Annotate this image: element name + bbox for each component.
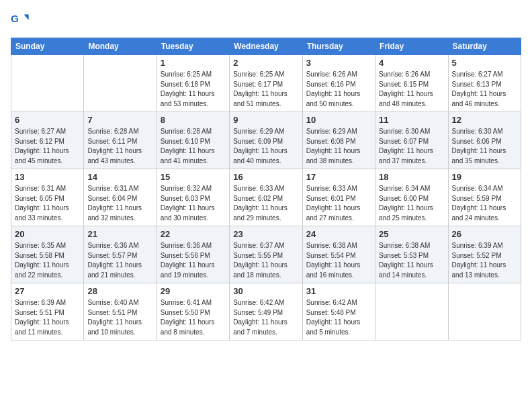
calendar-table: SundayMondayTuesdayWednesdayThursdayFrid… xyxy=(11,38,521,340)
calendar-cell: 4Sunrise: 6:26 AMSunset: 6:15 PMDaylight… xyxy=(375,55,448,112)
calendar-cell: 27Sunrise: 6:39 AMSunset: 5:51 PMDayligh… xyxy=(11,283,84,340)
day-number: 22 xyxy=(161,229,226,239)
day-info: Sunrise: 6:36 AMSunset: 5:56 PMDaylight:… xyxy=(161,241,226,280)
calendar-cell: 30Sunrise: 6:42 AMSunset: 5:49 PMDayligh… xyxy=(230,283,302,340)
day-number: 5 xyxy=(452,58,517,68)
day-info: Sunrise: 6:38 AMSunset: 5:54 PMDaylight:… xyxy=(306,241,371,280)
calendar-cell xyxy=(448,283,521,340)
weekday-header-wednesday: Wednesday xyxy=(230,38,302,55)
day-info: Sunrise: 6:35 AMSunset: 5:58 PMDaylight:… xyxy=(15,241,80,280)
day-number: 25 xyxy=(379,229,444,239)
day-info: Sunrise: 6:34 AMSunset: 5:59 PMDaylight:… xyxy=(452,184,517,223)
day-info: Sunrise: 6:28 AMSunset: 6:10 PMDaylight:… xyxy=(161,127,226,166)
day-info: Sunrise: 6:29 AMSunset: 6:09 PMDaylight:… xyxy=(233,127,298,166)
day-info: Sunrise: 6:32 AMSunset: 6:03 PMDaylight:… xyxy=(161,184,226,223)
calendar-cell: 20Sunrise: 6:35 AMSunset: 5:58 PMDayligh… xyxy=(11,226,84,283)
day-info: Sunrise: 6:26 AMSunset: 6:15 PMDaylight:… xyxy=(379,70,444,109)
day-number: 15 xyxy=(161,172,226,182)
day-info: Sunrise: 6:31 AMSunset: 6:05 PMDaylight:… xyxy=(15,184,80,223)
day-number: 29 xyxy=(161,286,226,296)
day-number: 11 xyxy=(379,115,444,125)
calendar-cell: 29Sunrise: 6:41 AMSunset: 5:50 PMDayligh… xyxy=(157,283,229,340)
day-number: 26 xyxy=(452,229,517,239)
calendar-week-1: 1Sunrise: 6:25 AMSunset: 6:18 PMDaylight… xyxy=(11,55,521,112)
day-info: Sunrise: 6:39 AMSunset: 5:51 PMDaylight:… xyxy=(15,298,80,337)
logo: G xyxy=(11,11,32,30)
day-info: Sunrise: 6:34 AMSunset: 6:00 PMDaylight:… xyxy=(379,184,444,223)
calendar-header: SundayMondayTuesdayWednesdayThursdayFrid… xyxy=(11,38,521,55)
calendar-week-5: 27Sunrise: 6:39 AMSunset: 5:51 PMDayligh… xyxy=(11,283,521,340)
day-info: Sunrise: 6:26 AMSunset: 6:16 PMDaylight:… xyxy=(306,70,371,109)
day-info: Sunrise: 6:39 AMSunset: 5:52 PMDaylight:… xyxy=(452,241,517,280)
calendar-cell: 3Sunrise: 6:26 AMSunset: 6:16 PMDaylight… xyxy=(302,55,375,112)
calendar-cell: 8Sunrise: 6:28 AMSunset: 6:10 PMDaylight… xyxy=(157,112,229,169)
day-info: Sunrise: 6:31 AMSunset: 6:04 PMDaylight:… xyxy=(87,184,152,223)
day-number: 24 xyxy=(306,229,371,239)
day-number: 21 xyxy=(87,229,152,239)
day-number: 4 xyxy=(379,58,444,68)
day-number: 19 xyxy=(452,172,517,182)
day-info: Sunrise: 6:25 AMSunset: 6:18 PMDaylight:… xyxy=(161,70,226,109)
day-number: 12 xyxy=(452,115,517,125)
calendar-cell: 25Sunrise: 6:38 AMSunset: 5:53 PMDayligh… xyxy=(375,226,448,283)
calendar-cell: 15Sunrise: 6:32 AMSunset: 6:03 PMDayligh… xyxy=(157,169,229,226)
day-info: Sunrise: 6:27 AMSunset: 6:13 PMDaylight:… xyxy=(452,70,517,109)
day-number: 31 xyxy=(306,286,371,296)
calendar-cell: 18Sunrise: 6:34 AMSunset: 6:00 PMDayligh… xyxy=(375,169,448,226)
weekday-header-saturday: Saturday xyxy=(448,38,521,55)
calendar-cell: 1Sunrise: 6:25 AMSunset: 6:18 PMDaylight… xyxy=(157,55,229,112)
day-number: 8 xyxy=(161,115,226,125)
day-info: Sunrise: 6:29 AMSunset: 6:08 PMDaylight:… xyxy=(306,127,371,166)
calendar-cell xyxy=(11,55,84,112)
calendar-cell: 5Sunrise: 6:27 AMSunset: 6:13 PMDaylight… xyxy=(448,55,521,112)
logo-icon: G xyxy=(11,11,30,30)
calendar-cell: 10Sunrise: 6:29 AMSunset: 6:08 PMDayligh… xyxy=(302,112,375,169)
calendar-cell: 7Sunrise: 6:28 AMSunset: 6:11 PMDaylight… xyxy=(84,112,157,169)
day-info: Sunrise: 6:37 AMSunset: 5:55 PMDaylight:… xyxy=(233,241,298,280)
calendar-cell: 6Sunrise: 6:27 AMSunset: 6:12 PMDaylight… xyxy=(11,112,84,169)
day-info: Sunrise: 6:36 AMSunset: 5:57 PMDaylight:… xyxy=(87,241,152,280)
day-number: 27 xyxy=(15,286,80,296)
day-number: 13 xyxy=(15,172,80,182)
day-number: 3 xyxy=(306,58,371,68)
day-number: 1 xyxy=(161,58,226,68)
day-info: Sunrise: 6:40 AMSunset: 5:51 PMDaylight:… xyxy=(87,298,152,337)
page-header: G xyxy=(11,11,521,30)
calendar-cell: 19Sunrise: 6:34 AMSunset: 5:59 PMDayligh… xyxy=(448,169,521,226)
day-info: Sunrise: 6:42 AMSunset: 5:49 PMDaylight:… xyxy=(233,298,298,337)
weekday-header-thursday: Thursday xyxy=(302,38,375,55)
svg-text:G: G xyxy=(11,13,19,24)
day-number: 20 xyxy=(15,229,80,239)
calendar-cell: 23Sunrise: 6:37 AMSunset: 5:55 PMDayligh… xyxy=(230,226,302,283)
weekday-header-friday: Friday xyxy=(375,38,448,55)
calendar-body: 1Sunrise: 6:25 AMSunset: 6:18 PMDaylight… xyxy=(11,55,521,340)
calendar-cell: 31Sunrise: 6:42 AMSunset: 5:48 PMDayligh… xyxy=(302,283,375,340)
day-info: Sunrise: 6:27 AMSunset: 6:12 PMDaylight:… xyxy=(15,127,80,166)
calendar-cell: 12Sunrise: 6:30 AMSunset: 6:06 PMDayligh… xyxy=(448,112,521,169)
day-info: Sunrise: 6:30 AMSunset: 6:07 PMDaylight:… xyxy=(379,127,444,166)
day-number: 30 xyxy=(233,286,298,296)
day-number: 23 xyxy=(233,229,298,239)
day-info: Sunrise: 6:38 AMSunset: 5:53 PMDaylight:… xyxy=(379,241,444,280)
calendar-cell: 13Sunrise: 6:31 AMSunset: 6:05 PMDayligh… xyxy=(11,169,84,226)
weekday-header-sunday: Sunday xyxy=(11,38,84,55)
calendar-week-3: 13Sunrise: 6:31 AMSunset: 6:05 PMDayligh… xyxy=(11,169,521,226)
calendar-cell: 9Sunrise: 6:29 AMSunset: 6:09 PMDaylight… xyxy=(230,112,302,169)
day-info: Sunrise: 6:30 AMSunset: 6:06 PMDaylight:… xyxy=(452,127,517,166)
calendar-cell: 14Sunrise: 6:31 AMSunset: 6:04 PMDayligh… xyxy=(84,169,157,226)
weekday-row: SundayMondayTuesdayWednesdayThursdayFrid… xyxy=(11,38,521,55)
calendar-cell xyxy=(84,55,157,112)
calendar-cell: 21Sunrise: 6:36 AMSunset: 5:57 PMDayligh… xyxy=(84,226,157,283)
calendar-cell: 16Sunrise: 6:33 AMSunset: 6:02 PMDayligh… xyxy=(230,169,302,226)
calendar-cell: 11Sunrise: 6:30 AMSunset: 6:07 PMDayligh… xyxy=(375,112,448,169)
day-number: 18 xyxy=(379,172,444,182)
day-info: Sunrise: 6:28 AMSunset: 6:11 PMDaylight:… xyxy=(87,127,152,166)
calendar-cell: 24Sunrise: 6:38 AMSunset: 5:54 PMDayligh… xyxy=(302,226,375,283)
day-number: 14 xyxy=(87,172,152,182)
day-info: Sunrise: 6:42 AMSunset: 5:48 PMDaylight:… xyxy=(306,298,371,337)
calendar-week-2: 6Sunrise: 6:27 AMSunset: 6:12 PMDaylight… xyxy=(11,112,521,169)
calendar-cell xyxy=(375,283,448,340)
svg-marker-1 xyxy=(24,15,29,20)
day-number: 17 xyxy=(306,172,371,182)
calendar-cell: 26Sunrise: 6:39 AMSunset: 5:52 PMDayligh… xyxy=(448,226,521,283)
